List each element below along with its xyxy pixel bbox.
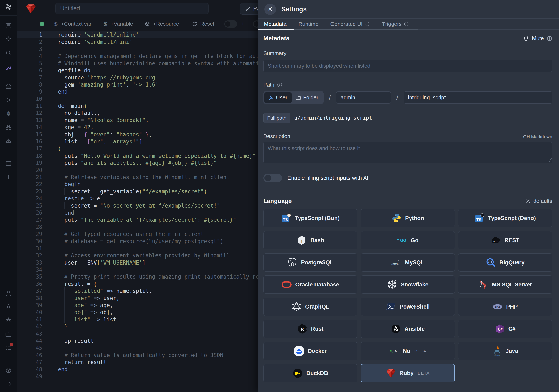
line-number: 43 [17, 331, 48, 337]
script-title-input[interactable] [56, 3, 209, 14]
user-icon[interactable] [5, 290, 12, 297]
star-icon[interactable] [5, 36, 12, 43]
line-number: 15 [17, 131, 48, 138]
language-button-rust[interactable]: RRust [263, 320, 357, 338]
indent-guide [58, 259, 58, 266]
folder-icon[interactable] [5, 331, 12, 338]
windmill-logo-icon[interactable] [5, 3, 12, 10]
add-variable-button[interactable]: $ +Variable [103, 21, 133, 27]
description-textarea[interactable] [263, 142, 552, 163]
language-button-rest[interactable]: HTTPREST [458, 231, 552, 249]
language-button-docker[interactable]: Docker [263, 342, 357, 360]
expand-arrow-icon[interactable] [5, 380, 12, 387]
language-button-c-[interactable]: C#C# [458, 320, 552, 338]
language-label: REST [504, 237, 520, 244]
plus-icon[interactable] [5, 173, 12, 181]
owner-kind-folder-button[interactable]: Folder [291, 92, 323, 103]
line-number: 31 [17, 245, 48, 251]
tab-generated-ui[interactable]: Generated UI [330, 21, 370, 27]
line-content: no_default, [48, 110, 100, 116]
language-button-mysql[interactable]: MySQLMySQL [361, 253, 455, 272]
settings-panel: ✕ Settings MetadataRuntimeGenerated UITr… [258, 0, 559, 392]
language-button-python[interactable]: Python [361, 209, 455, 227]
language-label: MySQL [405, 259, 424, 266]
path-owner-input[interactable] [336, 91, 391, 104]
add-resource-button[interactable]: +Resource [145, 21, 179, 27]
robot-icon[interactable] [5, 317, 12, 324]
language-button-ruby[interactable]: RubyBETA [361, 364, 455, 382]
language-button-duckdb[interactable]: DuckDB [263, 364, 357, 382]
indent-guide [64, 309, 65, 316]
svg-text:R: R [301, 327, 304, 332]
line-number: 16 [17, 138, 48, 145]
add-context-var-button[interactable]: $ +Context var [53, 21, 92, 27]
indent-guide [58, 138, 58, 145]
language-button-java[interactable]: JavaJava [458, 342, 552, 360]
language-label: C# [509, 326, 516, 332]
close-icon[interactable]: ✕ [264, 3, 276, 15]
duckdb-icon [293, 368, 303, 378]
ai-fill-toggle[interactable] [263, 174, 282, 182]
language-button-bigquery[interactable]: BigQuery [458, 253, 552, 272]
tab-runtime[interactable]: Runtime [298, 21, 318, 27]
tab-triggers[interactable]: Triggers [382, 21, 409, 27]
defaults-button[interactable]: defaults [525, 198, 552, 204]
line-content: require 'windmill/mini' [48, 39, 132, 45]
indent-guide [58, 152, 58, 159]
calendar-icon[interactable] [5, 160, 12, 167]
language-button-powershell[interactable]: PowerShell [361, 298, 455, 316]
language-button-typescript-bun-[interactable]: TSTypeScript (Bun) [263, 209, 357, 227]
tab-metadata[interactable]: Metadata [264, 21, 286, 27]
language-button-typescript-deno-[interactable]: TSTypeScript (Deno) [458, 209, 552, 227]
help-icon[interactable] [5, 367, 12, 374]
indent-guide [58, 195, 58, 202]
line-content: return result [48, 359, 107, 365]
search-icon[interactable] [5, 49, 12, 56]
resources-icon[interactable] [5, 124, 12, 131]
variables-icon[interactable]: $ [5, 110, 12, 117]
diff-toggle[interactable] [224, 20, 237, 27]
language-button-php[interactable]: phpPHP [458, 298, 552, 316]
home-icon[interactable] [5, 83, 12, 90]
status-dot [40, 22, 44, 26]
path-name-input[interactable] [404, 91, 552, 104]
powershell-icon [386, 302, 396, 312]
magic-wand-icon[interactable] [5, 63, 12, 70]
language-label: Rust [311, 326, 323, 332]
line-content: # Windmill uses bundler/inline compatibl… [48, 60, 285, 66]
line-number: 4 [17, 53, 48, 59]
indent-guide [58, 252, 58, 259]
language-button-nu[interactable]: nu>NuBETA [361, 342, 455, 360]
gear-icon[interactable] [5, 303, 12, 310]
csharp-icon: C# [495, 324, 505, 334]
language-button-ansible[interactable]: Ansible [361, 320, 455, 338]
info-icon [547, 36, 552, 41]
audit-logs-icon[interactable] [5, 344, 12, 351]
line-content: obj = { "even": "hashes" }, [48, 131, 152, 138]
language-button-bash[interactable]: $Bash [263, 231, 357, 249]
owner-kind-user-button[interactable]: User [264, 92, 291, 103]
line-content: # Access environment variables provided … [48, 252, 230, 258]
textarea-resize-handle[interactable] [547, 158, 551, 162]
runs-icon[interactable] [5, 96, 12, 103]
language-button-oracle-database[interactable]: Oracle Database [263, 275, 357, 294]
summary-input[interactable] [263, 60, 552, 72]
language-button-go[interactable]: GOGo [361, 231, 455, 249]
settings-title: Settings [281, 6, 307, 13]
tab-indicator-track[interactable] [258, 29, 418, 30]
mute-control[interactable]: Mute [523, 35, 552, 42]
language-button-graphql[interactable]: GraphQL [263, 298, 357, 316]
language-label: TypeScript (Deno) [488, 215, 536, 221]
reset-button[interactable]: Reset [192, 21, 214, 27]
language-label: Nu [403, 348, 410, 354]
schedules-icon[interactable] [5, 137, 12, 145]
language-button-postgresql[interactable]: PostgreSQL [263, 253, 357, 272]
line-number: 44 [17, 338, 48, 344]
bun-icon: TS [281, 213, 291, 223]
language-button-snowflake[interactable]: Snowflake [361, 275, 455, 294]
language-button-ms-sql-server[interactable]: MS SQL Server [458, 275, 552, 294]
gh-markdown-hint: GH Markdown [523, 134, 552, 139]
language-label: Ruby [400, 370, 414, 376]
line-number: 38 [17, 295, 48, 301]
workspace-icon[interactable] [5, 22, 12, 29]
